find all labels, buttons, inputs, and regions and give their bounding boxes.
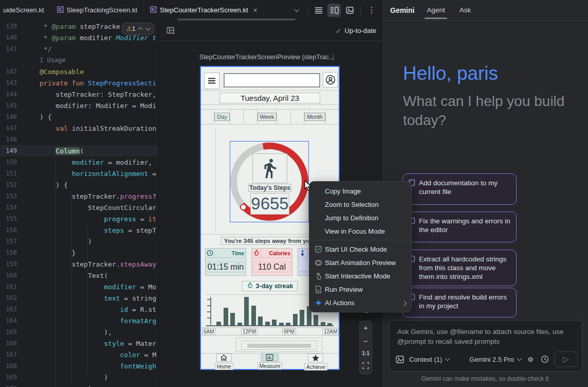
code-line[interactable]: 157 ) <box>0 236 158 247</box>
menu-item-start-ui-check-mode[interactable]: Start UI Check Mode <box>309 242 411 256</box>
code-line[interactable]: 160 Text( <box>0 270 158 281</box>
stat-card-header: Time <box>206 249 246 258</box>
code-line[interactable]: 161 modifier = Mo <box>0 281 158 292</box>
segment-tab[interactable]: Day <box>214 110 230 124</box>
code-line[interactable]: 163 id = R.st <box>0 304 158 315</box>
gemini-prompt-input[interactable]: Ask Gemini, use @filename to attach sour… <box>389 320 582 372</box>
line-number: 159 <box>0 260 40 268</box>
preview-layout-icon[interactable] <box>164 24 177 38</box>
menu-item-start-interactive-mode[interactable]: Start Interactive Mode <box>309 269 411 283</box>
code-line[interactable]: 144 stepTracker: StepTracker, <box>0 89 158 100</box>
menu-item-jump-to-definition[interactable]: Jump to Definition <box>309 211 411 224</box>
account-icon[interactable] <box>323 72 338 87</box>
settings-gear-icon[interactable]: ⚙ <box>525 356 536 363</box>
chart-bar <box>244 297 249 325</box>
tab-list: uideScreen.ktSleepTrackingScreen.ktStepC… <box>0 0 264 20</box>
suggestion-card[interactable]: Add documentation to my current file <box>402 173 517 205</box>
gemini-title: Gemini <box>390 6 414 14</box>
chart-bar <box>224 308 228 325</box>
code-text: private fun StepProgressSecti <box>40 79 156 87</box>
attach-image-icon[interactable] <box>395 356 405 363</box>
code-text: horizontalAlignment = <box>40 170 156 178</box>
nav-item-achieve[interactable]: Achieve <box>300 354 332 369</box>
menu-separator <box>309 240 411 240</box>
code-line[interactable]: 156 steps = stepT <box>0 224 158 236</box>
menu-item-view-in-focus-mode[interactable]: View in Focus Mode <box>309 224 411 238</box>
close-icon[interactable]: × <box>253 6 258 14</box>
code-line[interactable]: 168 fontWeigh <box>0 360 158 372</box>
suggestion-card[interactable]: Extract all hardcoded strings from this … <box>402 250 517 286</box>
next-warning-chevron-icon[interactable] <box>145 26 151 31</box>
editor-tab[interactable]: SleepTrackingScreen.kt <box>51 0 144 20</box>
code-line[interactable]: 158 } <box>0 247 158 258</box>
menu-item-copy-image[interactable]: Copy Image <box>309 184 411 198</box>
code-line[interactable]: 143private fun StepProgressSecti <box>0 77 158 89</box>
code-line[interactable]: 154 StepCountCircular <box>0 202 158 213</box>
code-text: stepTracker.stepsAway <box>40 260 156 268</box>
design-view-icon[interactable] <box>343 4 356 17</box>
code-line[interactable]: 141 */ <box>0 43 158 55</box>
segment-tab[interactable]: Week <box>258 110 278 124</box>
zoom-in-button[interactable]: + <box>363 324 368 331</box>
inspections-widget[interactable]: ⚠1 <box>122 23 154 35</box>
code-line[interactable]: 169 ) <box>0 372 158 383</box>
code-line[interactable]: 149 Column( <box>0 145 158 156</box>
code-text: Text( <box>40 272 108 279</box>
code-line[interactable]: 170 ) <box>0 383 158 387</box>
gemini-tab-ask[interactable]: Ask <box>460 0 471 20</box>
menu-item-start-animation-preview[interactable]: Start Animation Preview <box>309 256 411 269</box>
code-line[interactable]: 146) { <box>0 111 158 122</box>
code-line[interactable]: 150 modifier = modifier, <box>0 156 158 168</box>
code-view-icon[interactable] <box>312 4 325 17</box>
split-view-icon[interactable] <box>327 4 341 17</box>
code-line[interactable]: 151 horizontalAlignment = <box>0 168 158 179</box>
code-line[interactable]: 145 modifier: Modifier = Modi <box>0 100 158 111</box>
code-text: */ <box>40 45 51 53</box>
tab-overflow-chevron[interactable] <box>290 4 303 17</box>
nav-item-home[interactable]: Home <box>208 354 240 369</box>
code-editor[interactable]: 139 * @param stepTracke140 * @param modi… <box>0 21 158 387</box>
suggestion-card[interactable]: Fix the warnings and errors in the edito… <box>402 212 517 242</box>
line-number: 157 <box>0 238 40 245</box>
line-number: 164 <box>0 317 40 324</box>
code-line[interactable]: 155 progress = it <box>0 213 158 224</box>
code-line[interactable]: 164 formatArg <box>0 315 158 326</box>
suggestion-card[interactable]: Find and resolve build errors in my proj… <box>402 288 517 318</box>
editor-tab[interactable]: uideScreen.kt <box>0 0 51 20</box>
menu-item-label: Jump to Definition <box>325 214 406 222</box>
model-dropdown[interactable]: Gemini 2.5 Pro <box>469 356 521 363</box>
code-line[interactable]: 159 stepTracker.stepsAway <box>0 258 158 270</box>
send-button[interactable]: ▷ <box>554 351 578 367</box>
zoom-fit-icon[interactable] <box>362 362 369 371</box>
more-options-kebab-icon[interactable]: ⋮ <box>365 4 378 17</box>
code-line[interactable]: 162 text = string <box>0 292 158 304</box>
prev-warning-chevron-icon[interactable] <box>138 27 143 32</box>
search-input[interactable] <box>224 73 320 87</box>
history-clock-icon[interactable] <box>540 355 550 363</box>
runner-icon <box>252 153 287 183</box>
code-line[interactable]: 142@Composable <box>0 66 158 77</box>
preview-kebab-icon[interactable]: ⋮ <box>329 52 337 62</box>
menu-item-ai-actions[interactable]: AI Actions <box>309 296 411 309</box>
line-number: 142 <box>0 68 40 75</box>
gemini-tab-agent[interactable]: Agent <box>427 0 445 20</box>
code-line[interactable]: 148 <box>0 134 158 145</box>
nav-item-measure[interactable]: Measure <box>254 354 286 369</box>
context-dropdown[interactable]: Context (1) <box>409 356 449 363</box>
menu-item-run-preview[interactable]: Run Preview <box>309 283 411 296</box>
code-line[interactable]: 166 style = Mater <box>0 338 158 349</box>
code-line[interactable]: 1 Usage <box>0 55 158 66</box>
editor-tab[interactable]: StepCounterTrackerScreen.kt× <box>144 0 264 20</box>
line-number: 162 <box>0 294 40 302</box>
zoom-out-button[interactable]: − <box>363 337 368 345</box>
code-line[interactable]: 153 stepTracker.progress? <box>0 190 158 202</box>
code-line[interactable]: 165 ), <box>0 326 158 338</box>
code-line[interactable]: 152 ) { <box>0 179 158 190</box>
tab-label: StepCounterTrackerScreen.kt <box>160 6 248 14</box>
code-line[interactable]: 167 color = M <box>0 349 158 360</box>
code-line[interactable]: 147 val initialStreakDuration <box>0 122 158 134</box>
hamburger-menu-icon[interactable] <box>204 73 219 89</box>
segment-tab[interactable]: Month <box>304 110 326 124</box>
zoom-ratio-button[interactable]: 1:1 <box>362 350 369 356</box>
menu-item-zoom-to-selection[interactable]: Zoom to Selection <box>309 198 411 211</box>
